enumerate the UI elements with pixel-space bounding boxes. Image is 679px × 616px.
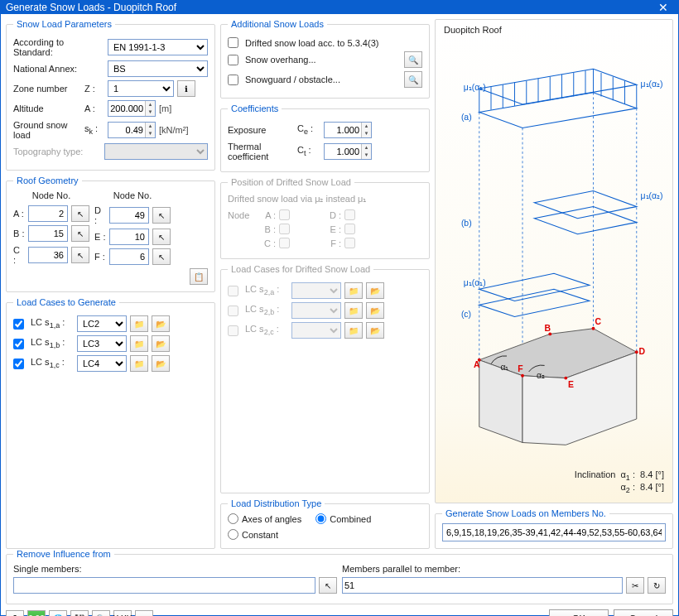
check-drift-b xyxy=(279,224,290,234)
svg-text:α₁: α₁ xyxy=(500,363,508,372)
precision-button[interactable]: X.XX xyxy=(113,610,132,616)
input-ct[interactable] xyxy=(324,143,372,160)
radio-constant[interactable]: Constant xyxy=(228,529,278,540)
group-roof-geometry: Roof Geometry Node No. A :↖ B :↖ C :↖ No… xyxy=(6,176,215,292)
symbol-ct: Ct : xyxy=(297,145,320,157)
preview-button[interactable]: 🔍 xyxy=(92,610,110,616)
svg-text:A: A xyxy=(474,360,480,369)
snowguard-settings-button[interactable]: 🔍 xyxy=(404,71,422,88)
check-drift-c xyxy=(279,238,290,248)
group-distribution: Load Distribution Type Axes of angles Co… xyxy=(220,498,430,549)
input-sk[interactable] xyxy=(108,122,156,138)
check-drifted[interactable] xyxy=(228,37,238,48)
label-annex: National Annex: xyxy=(13,64,104,74)
title-text: Generate Snow Loads - Duopitch Roof xyxy=(6,2,176,13)
svg-text:α₂: α₂ xyxy=(537,371,545,380)
select-lc1a[interactable]: LC2 xyxy=(77,315,127,332)
check-lc1b[interactable] xyxy=(13,339,24,349)
info-button[interactable]: ℹ xyxy=(177,80,195,97)
label-topography: Topography type: xyxy=(13,147,101,156)
group-coefficients: Coefficients Exposure Ce : ▲▼ Thermal co… xyxy=(220,103,430,172)
label-parallel-members: Members parallel to member: xyxy=(342,564,666,574)
geom-label-a: A : xyxy=(13,209,25,219)
svg-text:μ₁(α₂): μ₁(α₂) xyxy=(641,79,663,89)
check-drift-d xyxy=(344,209,355,220)
group-gen-members: Generate Snow Loads on Members No. xyxy=(435,508,673,549)
geom-list-button[interactable]: 📋 xyxy=(190,268,208,285)
svg-point-37 xyxy=(521,374,524,378)
select-topography xyxy=(104,143,208,160)
input-node-e[interactable] xyxy=(109,229,149,245)
check-overhang[interactable] xyxy=(228,55,238,65)
input-node-f[interactable] xyxy=(109,248,149,265)
svg-text:(b): (b) xyxy=(461,219,472,228)
legend-lc: Load Cases to Generate xyxy=(13,297,119,307)
select-standard[interactable]: EN 1991-1-3 xyxy=(108,39,208,55)
save-settings-button[interactable]: 💾 xyxy=(70,610,89,616)
units-button[interactable]: 0.00 xyxy=(27,610,46,616)
pick-d-button[interactable]: ↖ xyxy=(152,207,171,224)
check-lc2c xyxy=(228,325,238,336)
svg-point-29 xyxy=(548,333,551,336)
select-lc1b[interactable]: LC3 xyxy=(77,335,127,352)
open-lc1c-button[interactable]: 📂 xyxy=(152,355,170,372)
radio-combined[interactable]: Combined xyxy=(315,513,371,524)
input-altitude[interactable] xyxy=(108,100,156,117)
view-button[interactable]: 👁 xyxy=(135,610,153,616)
ok-button[interactable]: OK xyxy=(549,609,609,616)
input-node-d[interactable] xyxy=(109,207,149,224)
input-node-c[interactable] xyxy=(28,247,68,263)
pick-e-button[interactable]: ↖ xyxy=(152,229,171,245)
legend-gen-members: Generate Snow Loads on Members No. xyxy=(442,508,609,518)
globe-button[interactable]: 🌐 xyxy=(49,610,67,616)
check-lc1a[interactable] xyxy=(13,319,24,330)
svg-point-35 xyxy=(564,377,567,380)
radio-axes[interactable]: Axes of angles xyxy=(228,513,301,524)
label-inclination: Inclination xyxy=(575,469,616,479)
symbol-zone: Z : xyxy=(84,84,104,94)
input-ce[interactable] xyxy=(324,122,372,138)
input-node-b[interactable] xyxy=(28,225,68,242)
group-drifted-lc: Load Cases for Drifted Snow Load LC s2,a… xyxy=(220,264,430,493)
check-lc2b xyxy=(228,306,238,316)
pick-a-button[interactable]: ↖ xyxy=(71,205,89,222)
select-annex[interactable]: BS xyxy=(108,60,208,77)
pick-b-button[interactable]: ↖ xyxy=(71,225,89,242)
close-icon[interactable]: ✕ xyxy=(653,1,673,14)
label-lc1a: LC s1,a : xyxy=(31,317,74,330)
check-snowguard[interactable] xyxy=(228,75,238,85)
legend-drift-pos: Position of Drifted Snow Load xyxy=(228,177,354,187)
help-button[interactable]: ? xyxy=(6,610,24,616)
cancel-button[interactable]: Cancel xyxy=(614,609,673,616)
label-altitude: Altitude xyxy=(13,103,81,113)
symbol-ce: Ce : xyxy=(297,123,320,136)
new-lc1b-button[interactable]: 📁 xyxy=(130,335,148,352)
pick-c-button[interactable]: ↖ xyxy=(71,247,89,263)
input-parallel-members[interactable] xyxy=(342,577,623,594)
label-overhang: Snow overhang... xyxy=(245,55,401,65)
new-lc1a-button[interactable]: 📁 xyxy=(130,315,148,332)
input-node-a[interactable] xyxy=(28,205,68,222)
legend-drift-lc: Load Cases for Drifted Snow Load xyxy=(228,264,373,274)
check-lc1c[interactable] xyxy=(13,359,24,369)
group-remove-influence: Remove Influence from Single members: ↖ … xyxy=(6,549,673,604)
pick-f-button[interactable]: ↖ xyxy=(152,248,171,265)
svg-text:μ₁(α₁): μ₁(α₁) xyxy=(464,83,486,92)
pick-parallel-button[interactable]: ✂ xyxy=(626,577,644,594)
open-lc1a-button[interactable]: 📂 xyxy=(152,315,170,332)
input-single-members[interactable] xyxy=(13,577,315,594)
drift-pos-subtitle: Drifted snow load via μ₂ instead μ₁ xyxy=(228,194,422,205)
label-lc1b: LC s1,b : xyxy=(31,337,74,349)
select-lc1c[interactable]: LC4 xyxy=(77,355,127,372)
overhang-settings-button[interactable]: 🔍 xyxy=(404,51,422,68)
geom-label-e: E : xyxy=(94,232,106,242)
new-lc1c-button[interactable]: 📁 xyxy=(130,355,148,372)
svg-text:F: F xyxy=(518,364,522,373)
refresh-parallel-button[interactable]: ↻ xyxy=(648,577,666,594)
open-lc1b-button[interactable]: 📂 xyxy=(152,335,170,352)
svg-text:(a): (a) xyxy=(461,113,472,122)
input-gen-members[interactable] xyxy=(442,523,666,541)
select-zone[interactable]: 1 xyxy=(108,80,174,97)
geom-label-c: C : xyxy=(13,245,25,265)
pick-single-button[interactable]: ↖ xyxy=(319,577,337,594)
